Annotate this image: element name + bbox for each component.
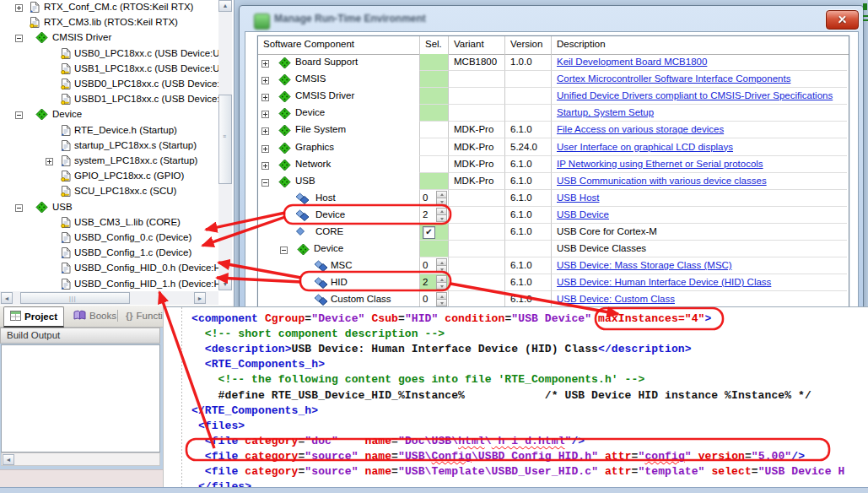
tree-item[interactable]: USBD_Config_HID_0.h (Device:HID) [0,261,218,276]
column-header[interactable]: Variant [448,39,504,52]
tree-item[interactable]: USB0_LPC18xx.c (USB Device:USB0) [0,46,218,62]
expand-icon[interactable] [261,127,269,137]
instance-count-stepper[interactable] [436,292,447,307]
selection-cell[interactable] [419,241,448,257]
selection-cell[interactable] [419,139,448,156]
description-cell[interactable]: USB Device: Mass Storage Class (MSC) [551,257,847,274]
tree-item[interactable]: startup_LPC18xx.s (Startup) [0,138,218,154]
pack-xml-editor[interactable]: <component Cgroup="Device" Csub="HID" co… [163,306,868,489]
component-row-cmsis-driver[interactable]: CMSIS DriverUnified Device Drivers compl… [258,88,849,105]
tree-item[interactable]: USB [0,200,218,215]
collapse-icon[interactable] [280,246,288,256]
selection-cell[interactable] [419,122,448,138]
selection-cell[interactable] [419,173,448,190]
tree-item[interactable]: USBD1_LPC18xx.c (USB Device:USBD1) [0,92,218,107]
component-row-graphics[interactable]: GraphicsMDK-Pro5.24.0User Interface on g… [258,139,849,156]
scroll-up-button[interactable]: ▲ [218,0,232,12]
close-button[interactable] [826,10,859,30]
expand-icon[interactable] [261,110,269,120]
collapse-icon[interactable] [261,178,269,188]
tree-item[interactable]: USB1_LPC18xx.c (USB Device:USB1) [0,62,218,77]
selection-cell[interactable] [419,88,448,105]
component-row-file-system[interactable]: File SystemMDK-Pro6.1.0File Access on va… [258,122,849,138]
selection-cell[interactable] [419,156,448,173]
component-row-device[interactable]: DeviceStartup, System Setup [258,105,849,122]
tree-vertical-scrollbar[interactable]: ▲ ≡ ▼ [218,0,232,290]
description-cell[interactable]: USB Host [551,190,847,207]
scroll-left-button[interactable]: ◄ [3,454,14,465]
tree-item[interactable]: USBD_Config_1.c (Device) [0,246,218,261]
expand-icon[interactable] [46,157,53,167]
selection-cell[interactable]: 0 [419,190,448,207]
expand-icon[interactable] [261,93,269,103]
description-cell[interactable]: USB Communication with various device cl… [551,173,847,190]
scroll-left-button[interactable]: ◄ [1,292,13,304]
tree-item[interactable]: RTX_CM3.lib (RTOS:Keil RTX) [0,15,218,30]
tree-item[interactable]: CMSIS Driver [0,30,218,46]
tree-item[interactable]: USB_CM3_L.lib (CORE) [0,215,218,230]
dialog-titlebar[interactable]: Manage Run-Time Environment [246,9,752,30]
description-cell[interactable]: Keil Development Board MCB1800 [551,54,847,71]
instance-count-stepper[interactable] [436,208,447,223]
tree-item[interactable]: Device [0,107,218,122]
tree-horizontal-scrollbar[interactable]: ◄ ||| ► [0,291,218,305]
tree-item[interactable]: system_LPC18xx.c (Startup) [0,154,218,169]
selection-cell[interactable]: ✔ [419,224,448,241]
instance-count-stepper[interactable] [436,258,447,274]
expand-icon[interactable] [261,144,269,154]
description-cell[interactable]: Cortex Microcontroller Software Interfac… [551,71,847,88]
selection-cell[interactable]: 2 [419,207,448,224]
component-row-device[interactable]: DeviceUSB Device Classes [258,241,849,257]
spin-down-icon[interactable] [436,214,447,222]
scroll-right-button[interactable]: ► [194,292,206,304]
expand-icon[interactable] [261,161,269,171]
component-row-host[interactable]: Host06.1.0USB Host [258,190,849,207]
tree-item[interactable]: RTX_Conf_CM.c (RTOS:Keil RTX) [0,0,218,15]
select-checkbox[interactable]: ✔ [423,226,435,239]
selection-cell[interactable]: 0 [419,257,448,274]
component-row-network[interactable]: NetworkMDK-Pro6.1.0IP Networking using E… [258,156,849,173]
description-cell[interactable]: USB Device: Human Interface Device (HID)… [551,274,847,291]
component-row-core[interactable]: CORE✔6.1.0USB Core for Cortex-M [258,224,849,241]
collapse-icon[interactable] [15,34,23,44]
selection-cell[interactable] [419,71,448,88]
component-row-board-support[interactable]: Board SupportMCB18001.0.0Keil Developmen… [258,54,849,71]
vertical-scroll-thumb[interactable]: ≡ [218,95,232,184]
instance-count-stepper[interactable] [436,191,447,206]
expand-icon[interactable] [261,76,269,86]
build-output-scrollbar[interactable]: ◄ [1,452,160,466]
description-cell[interactable]: User Interface on graphical LCD displays [551,139,847,156]
description-cell[interactable]: Unified Device Drivers compliant to CMSI… [551,88,847,105]
tree-item[interactable]: RTE_Device.h (Startup) [0,123,218,138]
column-header[interactable]: Software Component [258,39,419,52]
collapse-icon[interactable] [15,111,23,121]
horizontal-scroll-thumb[interactable]: ||| [20,292,130,304]
component-row-device[interactable]: Device26.1.0USB Device [258,207,849,224]
selection-cell[interactable]: 2 [419,274,448,291]
spin-down-icon[interactable] [436,198,447,205]
column-header[interactable]: Version [504,39,551,52]
scroll-down-button[interactable]: ▼ [218,279,232,290]
description-cell[interactable]: File Access on various storage devices [551,122,847,138]
collapse-icon[interactable] [15,203,23,214]
tab-project[interactable]: Project [3,306,64,328]
component-row-usb[interactable]: USBMDK-Pro6.1.0USB Communication with va… [258,173,849,190]
spin-down-icon[interactable] [436,265,447,273]
description-cell[interactable]: Startup, System Setup [551,105,847,122]
component-row-cmsis[interactable]: CMSISCortex Microcontroller Software Int… [258,71,849,88]
component-row-hid[interactable]: HID26.1.0USB Device: Human Interface Dev… [258,274,849,291]
instance-count-stepper[interactable] [436,275,447,290]
column-header[interactable]: Description [551,39,847,52]
tab-books[interactable]: Books [67,306,122,325]
component-row-msc[interactable]: MSC06.1.0USB Device: Mass Storage Class … [258,257,849,274]
description-cell[interactable]: IP Networking using Ethernet or Serial p… [551,156,847,173]
expand-icon[interactable] [261,59,269,69]
build-output-content[interactable] [1,344,160,452]
description-cell[interactable]: USB Device [551,207,847,224]
tree-item[interactable]: SCU_LPC18xx.c (SCU) [0,184,218,199]
tree-item[interactable]: USBD_Config_0.c (Device) [0,230,218,246]
spin-down-icon[interactable] [436,282,447,290]
expand-icon[interactable] [15,3,23,14]
column-header[interactable]: Sel. [419,39,448,52]
tree-item[interactable]: GPIO_LPC18xx.c (GPIO) [0,169,218,184]
